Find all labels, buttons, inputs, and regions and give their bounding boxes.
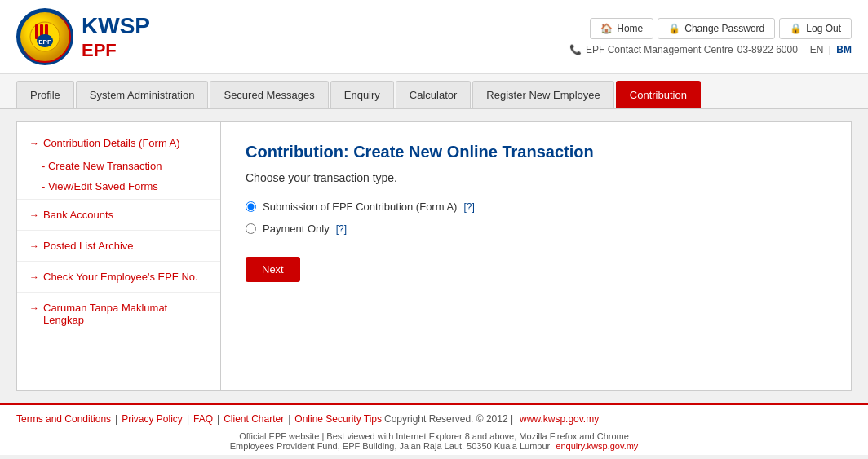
tab-system-admin[interactable]: System Administration	[76, 81, 209, 108]
option2-radio[interactable]	[246, 223, 256, 234]
footer-sep-2: |	[187, 413, 189, 425]
logout-icon: 🔒	[790, 23, 802, 34]
page-title: Contribution: Create New Online Transact…	[246, 143, 826, 161]
tab-profile[interactable]: Profile	[16, 81, 74, 108]
lock-icon: 🔒	[668, 23, 680, 34]
option1-row: Submission of EPF Contribution (Form A) …	[246, 201, 826, 213]
svg-text:EPF: EPF	[38, 38, 51, 46]
page-subtitle: Choose your transaction type.	[246, 171, 826, 184]
footer: Terms and Conditions | Privacy Policy | …	[0, 403, 868, 455]
sidebar-divider-4	[17, 292, 220, 293]
privacy-link[interactable]: Privacy Policy	[122, 413, 183, 425]
option1-label[interactable]: Submission of EPF Contribution (Form A)	[263, 201, 457, 213]
option1-radio[interactable]	[246, 201, 256, 212]
option2-help-link[interactable]: [?]	[336, 223, 347, 235]
footer-links: Terms and Conditions | Privacy Policy | …	[16, 413, 852, 425]
terms-link[interactable]: Terms and Conditions	[16, 413, 111, 425]
epf-label: EPF	[82, 40, 150, 61]
tab-calculator[interactable]: Calculator	[396, 81, 472, 108]
contact-label: EPF Contact Management Centre	[586, 44, 733, 55]
sidebar-label-posted-list-archive: Posted List Archive	[43, 240, 134, 252]
header-buttons: 🏠 Home 🔒 Change Password 🔒 Log Out	[569, 18, 852, 39]
arrow-icon-2: →	[29, 210, 39, 221]
lang-en-link[interactable]: EN	[810, 44, 824, 55]
sidebar-item-bank-accounts[interactable]: → Bank Accounts	[17, 202, 220, 227]
tab-contribution[interactable]: Contribution	[616, 81, 701, 108]
main-area: → Contribution Details (Form A) - Create…	[0, 109, 868, 403]
sidebar-label-contribution-details: Contribution Details (Form A)	[43, 137, 180, 149]
change-password-button[interactable]: 🔒 Change Password	[658, 18, 775, 39]
sidebar-item-contribution-details[interactable]: → Contribution Details (Form A)	[17, 130, 220, 156]
footer-sep-4: |	[288, 413, 290, 425]
contact-info: 📞 EPF Contact Management Centre 03-8922 …	[569, 44, 852, 55]
sidebar-divider-1	[17, 199, 220, 200]
sidebar-label-check-epf-no: Check Your Employee's EPF No.	[43, 271, 198, 283]
arrow-icon-4: →	[29, 271, 39, 283]
footer-info-line1: Official EPF website | Best viewed with …	[16, 431, 852, 441]
sidebar-item-create-new-transaction[interactable]: - Create New Transaction	[17, 156, 220, 176]
logo-emblem: EPF	[20, 12, 69, 61]
footer-sep-1: |	[115, 413, 117, 425]
logo-area: EPF KWSP EPF	[16, 8, 150, 65]
sidebar: → Contribution Details (Form A) - Create…	[16, 121, 220, 391]
sidebar-item-caruman-tanpa[interactable]: → Caruman Tanpa Maklumat Lengkap	[17, 295, 220, 333]
contact-phone: 03-8922 6000	[737, 44, 798, 55]
website-link[interactable]: www.kwsp.gov.my	[520, 413, 599, 425]
content-panel: Contribution: Create New Online Transact…	[220, 121, 852, 391]
sidebar-divider-2	[17, 230, 220, 231]
enquiry-email-link[interactable]: enquiry.kwsp.gov.my	[556, 441, 638, 451]
lang-bm-link[interactable]: BM	[836, 44, 852, 55]
phone-icon: 📞	[569, 44, 582, 55]
arrow-icon-3: →	[29, 241, 39, 252]
home-button[interactable]: 🏠 Home	[590, 18, 653, 39]
security-tips-link[interactable]: Online Security Tips	[294, 413, 382, 425]
sidebar-label-caruman-tanpa: Caruman Tanpa Maklumat Lengkap	[43, 302, 208, 326]
logo-icon: EPF	[16, 8, 73, 65]
arrow-icon: →	[29, 138, 39, 149]
tab-enquiry[interactable]: Enquiry	[330, 81, 394, 108]
kwsp-label: KWSP	[82, 12, 150, 40]
footer-sep-3: |	[217, 413, 219, 425]
client-charter-link[interactable]: Client Charter	[224, 413, 284, 425]
sidebar-item-check-epf-no[interactable]: → Check Your Employee's EPF No.	[17, 264, 220, 289]
next-button[interactable]: Next	[246, 257, 300, 282]
nav-bar: Profile System Administration Secured Me…	[0, 74, 868, 109]
home-icon: 🏠	[600, 23, 613, 34]
option2-label[interactable]: Payment Only	[263, 223, 330, 235]
sidebar-item-posted-list-archive[interactable]: → Posted List Archive	[17, 233, 220, 258]
option2-row: Payment Only [?]	[246, 223, 826, 235]
tab-secured-messages[interactable]: Secured Messages	[210, 81, 328, 108]
sidebar-label-bank-accounts: Bank Accounts	[43, 209, 113, 221]
footer-info: Official EPF website | Best viewed with …	[16, 431, 852, 451]
lang-separator: |	[829, 44, 831, 55]
faq-link[interactable]: FAQ	[193, 413, 213, 425]
footer-copyright: Copyright Reserved. © 2012 |	[384, 413, 513, 425]
footer-info-line2: Employees Provident Fund, EPF Building, …	[16, 441, 852, 451]
logout-button[interactable]: 🔒 Log Out	[779, 18, 852, 39]
arrow-icon-5: →	[29, 302, 39, 314]
logo-text: KWSP EPF	[82, 12, 150, 61]
svg-rect-1	[35, 24, 38, 39]
header-right: 🏠 Home 🔒 Change Password 🔒 Log Out 📞 EPF…	[569, 18, 852, 55]
tab-register-new-employee[interactable]: Register New Employee	[472, 81, 613, 108]
header: EPF KWSP EPF 🏠 Home 🔒 Change Password 🔒 …	[0, 0, 868, 74]
sidebar-item-view-edit-saved[interactable]: - View/Edit Saved Forms	[17, 176, 220, 196]
sidebar-divider-3	[17, 261, 220, 262]
option1-help-link[interactable]: [?]	[463, 201, 474, 213]
